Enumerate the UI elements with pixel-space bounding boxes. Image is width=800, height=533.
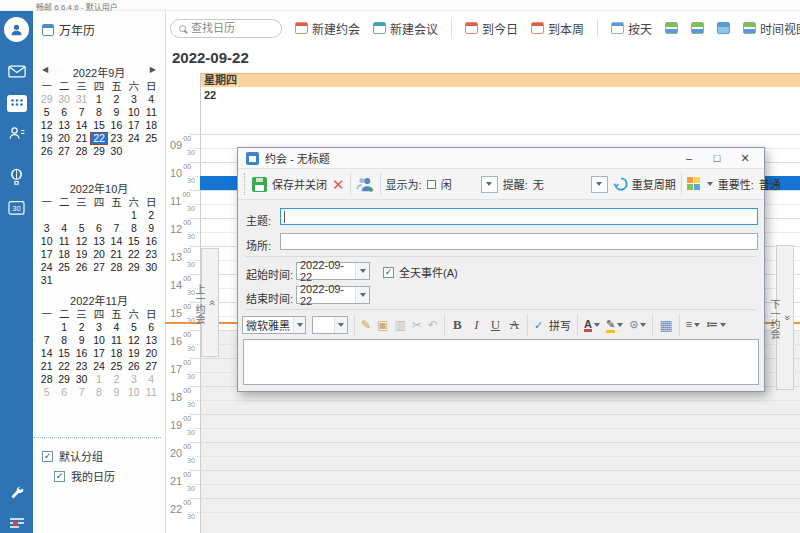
maximize-button[interactable]: □: [706, 152, 728, 164]
location-input[interactable]: [280, 233, 758, 250]
mini-calendar-day[interactable]: 6: [55, 106, 72, 119]
underline-button[interactable]: U: [489, 317, 502, 333]
reminder-dropdown[interactable]: [591, 176, 608, 193]
all-day-area[interactable]: [200, 87, 800, 134]
mini-calendar-day[interactable]: 12: [125, 334, 142, 347]
prev-month-arrow[interactable]: ◀: [42, 65, 48, 74]
mini-calendar-day[interactable]: 22: [90, 132, 107, 145]
day-header-band[interactable]: 星期四: [200, 73, 800, 87]
mini-calendar-day[interactable]: 16: [143, 235, 160, 248]
mini-calendar-day[interactable]: 28: [73, 145, 90, 158]
mini-calendar-day[interactable]: 14: [73, 119, 90, 132]
time-view-button[interactable]: 时间视图: [743, 20, 800, 37]
undo-button[interactable]: ↶: [428, 317, 438, 333]
view-option-button-3[interactable]: [717, 22, 730, 34]
mini-calendar-day[interactable]: 23: [143, 248, 160, 261]
search-input[interactable]: [191, 22, 271, 34]
insert-table-button[interactable]: ▦: [659, 317, 672, 333]
mini-calendar-day[interactable]: 5: [38, 386, 55, 399]
mini-calendar-day[interactable]: 29: [90, 145, 107, 158]
sidebar-item-contacts[interactable]: [0, 119, 33, 147]
mini-calendar-day[interactable]: 28: [108, 261, 125, 274]
mini-calendar-day[interactable]: 4: [108, 321, 125, 334]
mini-calendar-day[interactable]: 4: [143, 373, 160, 386]
mini-calendar-day[interactable]: 15: [90, 119, 107, 132]
insert-object-button[interactable]: ⊙: [629, 318, 646, 333]
invite-attendees-button[interactable]: [356, 176, 375, 193]
mini-calendar-day[interactable]: 10: [38, 235, 55, 248]
sidebar-item-menu[interactable]: [0, 509, 33, 533]
mini-calendar-day[interactable]: 12: [38, 119, 55, 132]
mini-calendar-day[interactable]: 30: [143, 261, 160, 274]
mini-calendar-day[interactable]: 1: [90, 373, 107, 386]
mini-calendar-day[interactable]: 30: [73, 373, 90, 386]
mini-calendar-day[interactable]: 7: [38, 334, 55, 347]
mini-calendar-day[interactable]: 3: [90, 321, 107, 334]
font-size-combobox[interactable]: [312, 316, 348, 334]
save-and-close-button[interactable]: 保存并关闭: [272, 176, 327, 192]
mini-calendar-day[interactable]: 21: [73, 132, 90, 145]
mini-calendar-day[interactable]: 30: [55, 93, 72, 106]
mini-calendar-day[interactable]: 7: [73, 386, 90, 399]
category-dropdown[interactable]: [707, 182, 713, 186]
mini-calendar-day[interactable]: 11: [143, 106, 160, 119]
new-meeting-button[interactable]: 新建会议: [373, 20, 438, 37]
mini-calendar-day[interactable]: 9: [143, 222, 160, 235]
mini-calendar-day[interactable]: 5: [73, 222, 90, 235]
mini-calendar-day[interactable]: 29: [55, 373, 72, 386]
notes-editor[interactable]: [243, 339, 759, 385]
mini-calendar-day[interactable]: 26: [73, 261, 90, 274]
all-day-event-row[interactable]: ✓ 全天事件(A): [383, 264, 458, 280]
mini-calendar-day[interactable]: 22: [125, 248, 142, 261]
mini-calendar-day[interactable]: 16: [73, 347, 90, 360]
mini-calendar-day[interactable]: 29: [38, 93, 55, 106]
mini-calendar-day[interactable]: 4: [55, 222, 72, 235]
mini-calendar-day[interactable]: 19: [125, 347, 142, 360]
view-option-button-1[interactable]: [665, 22, 678, 34]
mini-calendar-day[interactable]: 4: [143, 93, 160, 106]
mini-calendar-day[interactable]: 9: [108, 106, 125, 119]
mini-calendar-day[interactable]: 7: [73, 106, 90, 119]
new-appointment-button[interactable]: 新建约会: [295, 20, 360, 37]
mini-calendar-day[interactable]: 12: [73, 235, 90, 248]
view-by-day-button[interactable]: 按天: [611, 20, 652, 37]
mini-calendar-day[interactable]: 11: [55, 235, 72, 248]
mini-calendar-day[interactable]: 28: [38, 373, 55, 386]
dialog-titlebar[interactable]: 约会 - 无标题 – □ ✕: [238, 148, 764, 169]
mini-calendar-day[interactable]: 25: [143, 132, 160, 145]
mini-calendar-day[interactable]: 14: [108, 235, 125, 248]
mini-calendar-day[interactable]: 27: [55, 145, 72, 158]
delete-button[interactable]: ✕: [332, 177, 345, 192]
sidebar-item-perpetual-calendar[interactable]: 30: [0, 193, 33, 221]
mini-calendar-day[interactable]: 8: [90, 386, 107, 399]
mini-calendar-day[interactable]: 14: [38, 347, 55, 360]
font-color-button[interactable]: A: [584, 318, 600, 332]
mini-calendar-day[interactable]: 8: [125, 222, 142, 235]
copy-button[interactable]: ▥: [394, 317, 405, 333]
mini-calendar-day[interactable]: 29: [125, 261, 142, 274]
mini-calendar-day[interactable]: 9: [73, 334, 90, 347]
mini-calendar-day[interactable]: 17: [38, 248, 55, 261]
sidebar-item-calendar[interactable]: [0, 89, 33, 117]
mini-calendar-day[interactable]: 27: [143, 360, 160, 373]
mini-calendar-day[interactable]: 11: [143, 386, 160, 399]
cut-button[interactable]: ✂: [412, 317, 422, 333]
mini-calendar-day[interactable]: 24: [90, 360, 107, 373]
mini-calendar-day[interactable]: 2: [143, 209, 160, 222]
mini-calendar-day[interactable]: 23: [73, 360, 90, 373]
mini-calendar-day[interactable]: 1: [125, 209, 142, 222]
calendar-search[interactable]: [170, 19, 282, 38]
mini-calendar-day[interactable]: 2: [108, 373, 125, 386]
alignment-button[interactable]: ≡: [686, 318, 700, 332]
mini-calendar-day[interactable]: 20: [90, 248, 107, 261]
subject-input[interactable]: [280, 208, 758, 225]
mini-calendar-day[interactable]: 30: [108, 145, 125, 158]
format-painter-button[interactable]: ✎: [361, 317, 371, 333]
mini-calendar-day[interactable]: 2: [108, 93, 125, 106]
show-as-dropdown[interactable]: [481, 176, 498, 193]
mini-calendar-day[interactable]: 8: [55, 334, 72, 347]
next-month-arrow[interactable]: ▶: [150, 65, 156, 74]
minimize-button[interactable]: –: [678, 152, 700, 164]
mini-calendar-day[interactable]: 1: [55, 321, 72, 334]
font-family-combobox[interactable]: 微软雅黑: [242, 316, 306, 334]
